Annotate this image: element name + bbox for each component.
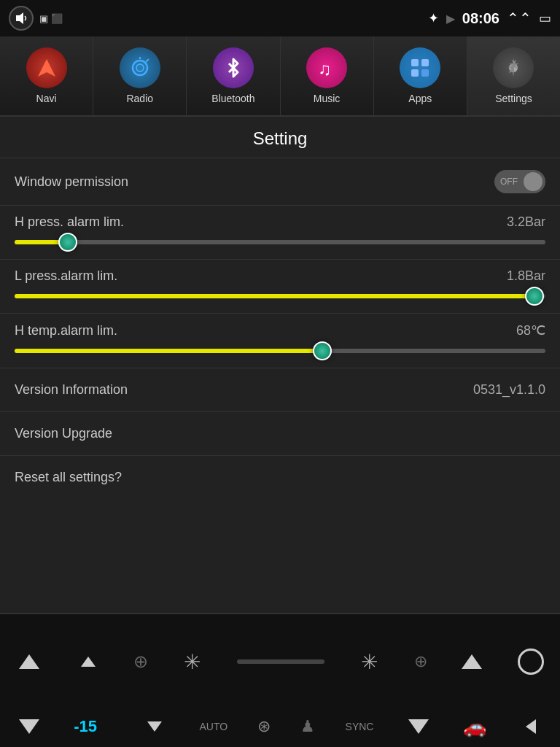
left-vent-icon: ⊕ (133, 651, 148, 672)
car-ac-icon: 🚗 (463, 716, 486, 738)
small-status-icons: ▣ ⬛ (39, 13, 63, 24)
fan-up-icon (81, 657, 96, 667)
bluetooth-icon (213, 47, 254, 88)
bluetooth-label: Bluetooth (211, 93, 254, 104)
h-press-alarm-slider[interactable] (15, 240, 545, 244)
temp-display: -15 (74, 717, 110, 736)
nav-item-settings[interactable]: Settings (467, 36, 560, 115)
h-temp-alarm-row: H temp.alarm lim. 68℃ (0, 313, 560, 368)
bottom-controls-row2: -15 AUTO ⊛ ♟ SYNC 🚗 (0, 709, 560, 747)
back-button[interactable] (516, 712, 545, 741)
svg-marker-1 (38, 59, 55, 77)
h-temp-alarm-label: H temp.alarm lim. (15, 323, 117, 338)
nav-item-navi[interactable]: Navi (0, 36, 93, 115)
status-bar: ▣ ⬛ ✦ ▶ 08:06 ⌃⌃ ▭ (0, 0, 560, 36)
volume-icon (9, 6, 34, 31)
version-info-label: Version Information (15, 382, 128, 398)
h-temp-alarm-header: H temp.alarm lim. 68℃ (15, 322, 545, 338)
reset-all-row[interactable]: Reset all settings? (0, 455, 560, 499)
svg-point-3 (136, 64, 144, 71)
h-temp-alarm-slider[interactable] (15, 349, 545, 353)
music-icon: ♫ (306, 47, 347, 88)
window-permission-row: Window permission OFF (0, 158, 560, 205)
svg-line-5 (146, 59, 149, 62)
settings-content: Setting Window permission OFF H press. a… (0, 117, 560, 613)
fan-right-button[interactable]: ✳ (354, 647, 384, 676)
person-icon: ♟ (300, 717, 315, 736)
h-press-alarm-label: H press. alarm lim. (15, 214, 124, 230)
settings-icon (493, 47, 534, 88)
svg-rect-7 (411, 59, 419, 66)
h-press-alarm-thumb[interactable] (58, 233, 77, 252)
auto-label: AUTO (199, 721, 228, 732)
h-temp-alarm-value: 68℃ (516, 322, 545, 338)
nav-item-radio[interactable]: Radio (93, 36, 187, 115)
svg-text:♫: ♫ (318, 59, 331, 79)
fan-speed-up-button[interactable] (74, 647, 103, 676)
l-press-alarm-header: L press.alarm lim. 1.8Bar (15, 268, 545, 284)
right-vent-icon: ⊕ (414, 652, 427, 671)
svg-rect-9 (411, 69, 419, 77)
right-fan-down-button[interactable] (404, 712, 433, 741)
status-left: ▣ ⬛ (9, 6, 63, 31)
fan-speed-down-button[interactable] (140, 712, 169, 741)
h-press-alarm-header: H press. alarm lim. 3.2Bar (15, 214, 545, 230)
svg-rect-8 (421, 59, 429, 66)
music-label: Music (314, 93, 341, 104)
status-right: ✦ ▶ 08:06 ⌃⌃ ▭ (428, 9, 551, 27)
signal-icon: ▶ (446, 12, 455, 26)
h-temp-alarm-fill (15, 349, 322, 353)
window-permission-toggle[interactable]: OFF (494, 170, 545, 193)
h-press-alarm-row: H press. alarm lim. 3.2Bar (0, 205, 560, 259)
h-temp-alarm-thumb[interactable] (313, 341, 332, 360)
bottom-bar: ⊕ ✳ ✳ ⊕ -15 (0, 613, 560, 747)
temp-up-button[interactable] (15, 647, 44, 676)
sync-label: SYNC (346, 721, 374, 732)
nav-item-apps[interactable]: Apps (374, 36, 467, 115)
settings-label: Settings (495, 93, 532, 104)
l-press-alarm-slider[interactable] (15, 294, 545, 298)
temp-up-icon (19, 654, 39, 669)
fan-left-button[interactable]: ✳ (178, 647, 207, 676)
apps-icon (400, 47, 440, 88)
radio-label: Radio (126, 93, 153, 104)
version-info-value: 0531_v1.1.0 (473, 382, 545, 398)
fan-right-icon: ✳ (361, 650, 378, 674)
right-fan-up-icon (462, 654, 482, 669)
back-icon (526, 719, 536, 734)
radio-icon (120, 47, 160, 88)
circle-icon (518, 649, 544, 675)
reset-all-label: Reset all settings? (15, 470, 122, 485)
nav-item-music[interactable]: ♫ Music (281, 36, 374, 115)
svg-marker-0 (16, 12, 23, 24)
chevron-up-icon: ⌃⌃ (507, 9, 532, 27)
toggle-knob (524, 172, 542, 191)
bottom-controls-row1: ⊕ ✳ ✳ ⊕ (0, 614, 560, 709)
clock: 08:06 (462, 10, 499, 27)
l-press-alarm-thumb[interactable] (525, 287, 544, 306)
heat-icon: ⊛ (257, 717, 271, 736)
navi-icon (26, 47, 67, 88)
nav-bar: Navi Radio Bluetooth ♫ Music (0, 36, 560, 117)
right-fan-up-button[interactable] (457, 647, 486, 676)
nav-item-bluetooth[interactable]: Bluetooth (187, 36, 280, 115)
temp-down-button[interactable] (15, 712, 44, 741)
h-press-alarm-value: 3.2Bar (507, 214, 545, 230)
navi-label: Navi (36, 93, 57, 104)
version-info-row: Version Information 0531_v1.1.0 (0, 368, 560, 411)
right-fan-down-icon (408, 719, 429, 734)
l-press-alarm-row: L press.alarm lim. 1.8Bar (0, 259, 560, 313)
fan-speed-slider[interactable] (237, 659, 324, 664)
mode-button[interactable] (516, 647, 545, 676)
svg-point-2 (133, 61, 147, 75)
battery-icon: ▭ (539, 10, 551, 26)
stop-icon: ⬛ (51, 13, 63, 24)
apps-label: Apps (408, 93, 432, 104)
toggle-off[interactable]: OFF (494, 170, 545, 193)
bluetooth-status-icon: ✦ (428, 10, 439, 26)
window-permission-label: Window permission (15, 174, 128, 190)
fan-down-icon (147, 721, 162, 732)
page-title: Setting (0, 117, 560, 158)
toggle-off-label: OFF (500, 177, 518, 187)
version-upgrade-row[interactable]: Version Upgrade (0, 411, 560, 455)
